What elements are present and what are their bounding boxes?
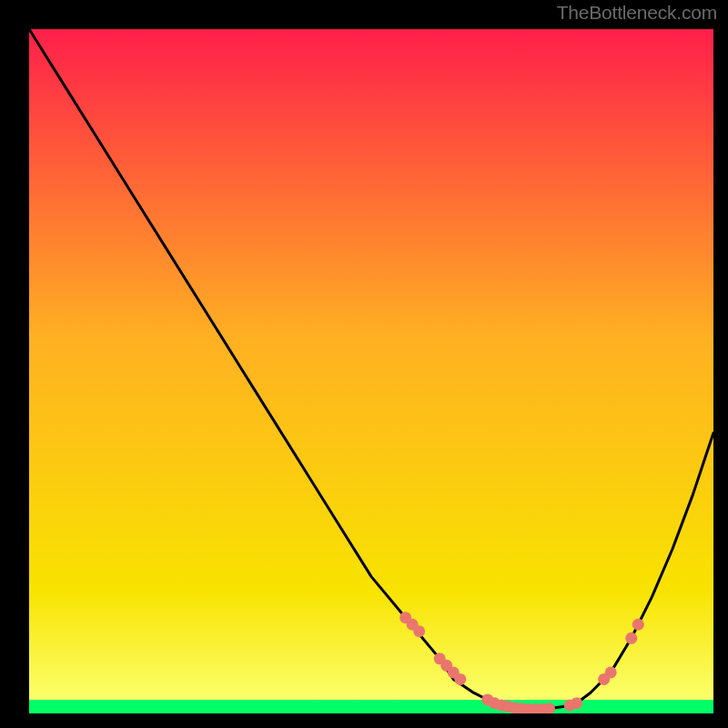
gradient-background bbox=[29, 29, 713, 713]
data-marker bbox=[454, 673, 466, 685]
data-marker bbox=[605, 666, 617, 678]
bottleneck-chart bbox=[29, 29, 713, 713]
data-marker bbox=[413, 625, 425, 637]
data-marker bbox=[571, 697, 582, 709]
site-watermark: TheBottleneck.com bbox=[557, 2, 717, 24]
data-marker bbox=[625, 632, 637, 644]
data-marker bbox=[632, 619, 644, 631]
